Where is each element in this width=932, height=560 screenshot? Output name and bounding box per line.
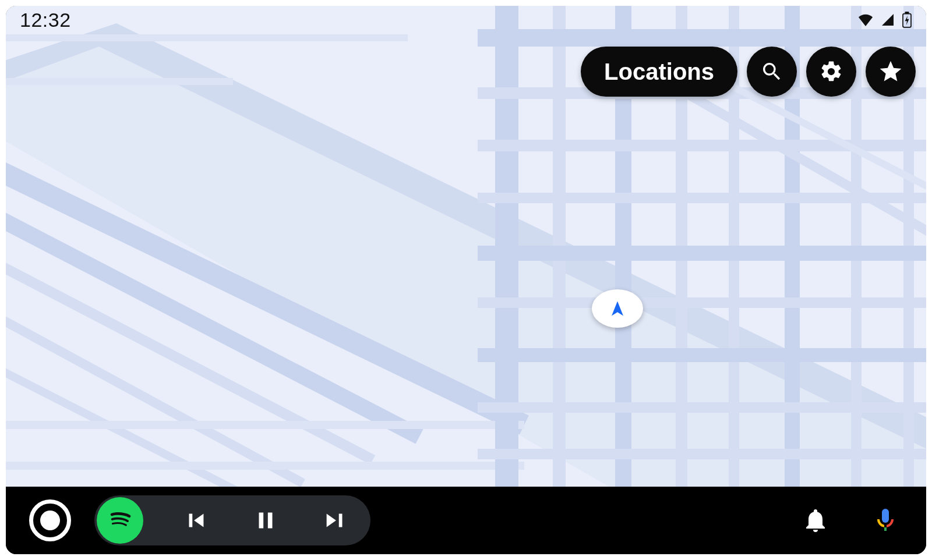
bottom-right-controls	[798, 503, 903, 538]
pause-icon	[252, 507, 279, 534]
voice-assistant-button[interactable]	[868, 503, 903, 538]
skip-previous-icon	[182, 507, 209, 534]
home-button[interactable]	[29, 499, 71, 541]
bell-icon	[802, 506, 829, 534]
pause-button[interactable]	[248, 503, 283, 538]
system-bottom-bar	[6, 487, 926, 554]
notifications-button[interactable]	[798, 503, 833, 538]
next-track-button[interactable]	[318, 503, 353, 538]
locations-button[interactable]: Locations	[581, 47, 737, 97]
search-button[interactable]	[747, 47, 797, 97]
favorites-button[interactable]	[866, 47, 916, 97]
battery-charging-icon	[902, 12, 912, 28]
home-ring-icon	[29, 499, 71, 541]
spotify-icon	[105, 506, 135, 535]
device-frame: .dk { stroke:#c8d4ee; fill:none; } .med …	[0, 0, 932, 560]
search-icon	[760, 60, 783, 83]
skip-next-icon	[322, 507, 349, 534]
spotify-app-button[interactable]	[97, 497, 143, 544]
settings-button[interactable]	[806, 47, 856, 97]
current-location-marker	[592, 289, 643, 328]
screen: .dk { stroke:#c8d4ee; fill:none; } .med …	[6, 6, 926, 554]
status-bar: 12:32	[6, 6, 926, 34]
wifi-icon	[857, 13, 874, 26]
svg-rect-32	[905, 12, 909, 14]
locations-label: Locations	[604, 59, 714, 85]
status-clock: 12:32	[20, 9, 71, 31]
signal-icon	[880, 13, 896, 27]
navigation-arrow-icon	[609, 300, 626, 317]
gear-icon	[819, 59, 843, 84]
mic-icon	[871, 506, 899, 534]
location-bubble	[592, 289, 643, 328]
star-icon	[878, 59, 903, 84]
map-top-controls: Locations	[581, 47, 916, 97]
previous-track-button[interactable]	[178, 503, 213, 538]
media-controls	[94, 495, 370, 545]
